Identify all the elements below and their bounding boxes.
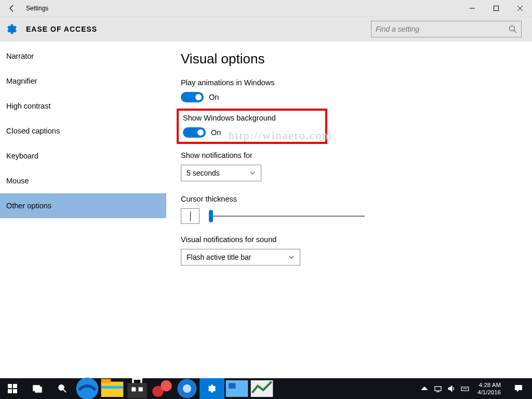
svg-rect-8 [8, 389, 12, 393]
back-button[interactable] [0, 0, 24, 17]
sidebar-item-closed-captions[interactable]: Closed captions [0, 118, 166, 143]
category-title: EASE OF ACCESS [26, 25, 97, 33]
play-animations-toggle[interactable] [181, 92, 204, 102]
search-input[interactable] [376, 25, 509, 33]
taskbar-settings-icon[interactable] [200, 378, 224, 399]
highlight-box: Show Windows background On [177, 109, 327, 144]
cursor-thickness-preview [181, 208, 200, 224]
sidebar-item-keyboard[interactable]: Keyboard [0, 143, 166, 168]
search-icon [509, 25, 517, 33]
svg-point-24 [183, 384, 191, 393]
tray-volume-icon[interactable] [446, 378, 457, 399]
tray-keyboard-icon[interactable] [460, 378, 470, 399]
svg-line-5 [514, 31, 517, 33]
play-animations-label: Play animations in Windows [181, 78, 517, 87]
cursor-thickness-label: Cursor thickness [181, 195, 517, 203]
sidebar-item-high-contrast[interactable]: High contrast [0, 94, 166, 118]
notifications-for-label: Show notifications for [181, 151, 517, 159]
start-button[interactable] [0, 378, 25, 399]
svg-point-22 [161, 380, 171, 391]
svg-rect-26 [229, 383, 235, 389]
sidebar-item-other-options[interactable]: Other options [0, 193, 166, 218]
svg-marker-34 [517, 390, 519, 392]
sidebar-item-magnifier[interactable]: Magnifier [0, 69, 166, 94]
settings-header: EASE OF ACCESS [0, 17, 532, 42]
taskbar-app-icon-1[interactable] [150, 378, 175, 399]
sidebar-item-narrator[interactable]: Narrator [0, 44, 166, 69]
svg-rect-7 [13, 384, 17, 388]
maximize-button[interactable] [484, 0, 508, 17]
visual-notifications-dropdown[interactable]: Flash active title bar [181, 249, 300, 265]
svg-rect-16 [101, 379, 111, 383]
content-pane: http://winaero.com Visual options Play a… [166, 42, 532, 378]
taskbar-edge-icon[interactable] [75, 378, 100, 399]
tray-network-icon[interactable] [433, 378, 443, 399]
svg-rect-6 [8, 384, 12, 388]
sidebar-item-mouse[interactable]: Mouse [0, 168, 166, 193]
show-background-toggle[interactable] [183, 127, 206, 138]
visual-notifications-value: Flash active title bar [187, 253, 288, 261]
svg-rect-19 [131, 387, 136, 391]
systray: 4:28 AM 4/1/2016 [419, 378, 532, 399]
gear-icon [5, 22, 19, 36]
show-background-label: Show Windows background [183, 114, 321, 122]
taskbar-date: 4/1/2016 [477, 389, 501, 396]
taskbar-time: 4:28 AM [477, 381, 501, 389]
taskbar-explorer-icon[interactable] [100, 378, 125, 399]
taskbar-clock[interactable]: 4:28 AM 4/1/2016 [473, 381, 505, 396]
svg-rect-20 [139, 387, 143, 391]
titlebar: Settings [0, 0, 532, 17]
chevron-down-icon [288, 254, 295, 260]
svg-rect-33 [515, 385, 522, 390]
svg-line-13 [63, 390, 66, 392]
page-heading: Visual options [181, 51, 517, 67]
taskbar-store-icon[interactable] [125, 378, 150, 399]
taskbar-app-icon-4[interactable] [249, 378, 274, 399]
chevron-down-icon [249, 170, 256, 176]
tray-overflow-icon[interactable] [419, 378, 430, 399]
svg-point-12 [59, 385, 64, 390]
svg-rect-9 [13, 389, 17, 393]
svg-rect-15 [101, 382, 124, 397]
svg-marker-30 [448, 385, 452, 392]
svg-rect-18 [127, 383, 147, 398]
close-button[interactable] [508, 0, 532, 17]
search-button[interactable] [50, 378, 75, 399]
notifications-for-dropdown[interactable]: 5 seconds [181, 165, 261, 181]
minimize-button[interactable] [460, 0, 484, 17]
sidebar: Narrator Magnifier High contrast Closed … [0, 42, 166, 378]
visual-notifications-label: Visual notifications for sound [181, 235, 517, 244]
search-box[interactable] [371, 21, 522, 37]
svg-rect-28 [435, 387, 441, 391]
taskbar-app-icon-2[interactable] [175, 378, 200, 399]
svg-point-4 [510, 26, 515, 31]
cursor-thickness-slider[interactable] [209, 210, 365, 222]
notifications-for-value: 5 seconds [187, 169, 249, 177]
action-center-icon[interactable] [508, 378, 529, 399]
taskbar: 4:28 AM 4/1/2016 [0, 378, 532, 399]
svg-rect-11 [35, 387, 42, 392]
svg-rect-17 [101, 386, 124, 389]
show-background-state: On [211, 128, 221, 137]
play-animations-state: On [209, 93, 219, 101]
window-title: Settings [24, 5, 48, 12]
svg-rect-1 [494, 6, 499, 10]
taskbar-app-icon-3[interactable] [224, 378, 249, 399]
task-view-button[interactable] [25, 378, 50, 399]
